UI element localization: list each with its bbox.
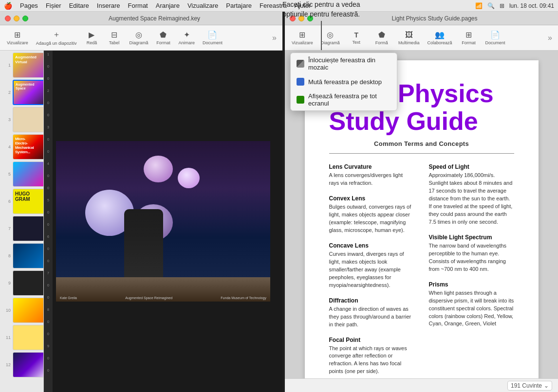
pages-toolbar-multimedia[interactable]: 🖼 Multimedia bbox=[395, 29, 423, 47]
slide-preview-12 bbox=[13, 352, 44, 377]
slide-thumb-7[interactable] bbox=[13, 216, 44, 241]
pages-toolbar-document[interactable]: 📄 Document bbox=[482, 28, 508, 47]
tabel-icon: ⊟ bbox=[111, 30, 117, 39]
slide-num-4: 4 bbox=[2, 144, 11, 149]
pages-toolbar-format[interactable]: ⊞ Format bbox=[457, 28, 480, 47]
close-button[interactable] bbox=[5, 16, 11, 21]
menu-ajutor[interactable]: Ajutor bbox=[295, 2, 311, 9]
menu-pages[interactable]: Pages bbox=[20, 2, 38, 9]
dropdown-item-fullscreen[interactable]: Afișează fereastra pe tot ecranul bbox=[291, 89, 397, 110]
control-center-icon[interactable]: ⊞ bbox=[500, 2, 504, 9]
pages-forma-label: Formă bbox=[375, 40, 388, 45]
fullscreen-icon bbox=[297, 96, 304, 104]
slide-row-9: 9 bbox=[2, 270, 41, 296]
toolbar-animare[interactable]: ✦ Animare bbox=[175, 28, 198, 47]
slide-preview-11 bbox=[13, 325, 44, 350]
word-count-chevron-icon: ⌄ bbox=[544, 382, 549, 389]
document-divider bbox=[329, 153, 514, 154]
caption-right: Funda Museum of Technology bbox=[221, 296, 266, 300]
slide-thumb-5[interactable] bbox=[13, 161, 44, 187]
document-icon: 📄 bbox=[207, 30, 217, 39]
toolbar-format[interactable]: ⬟ Format bbox=[153, 28, 173, 47]
diagrama-icon: ◎ bbox=[135, 30, 142, 39]
animare-label: Animare bbox=[178, 40, 195, 45]
term-convex-lens-desc: Bulges outward, converges rays of light,… bbox=[329, 203, 414, 234]
minimize-button[interactable] bbox=[14, 16, 19, 21]
slide-row-11: 11 bbox=[2, 325, 41, 350]
slide-thumb-2[interactable]: AugmentedSpace bbox=[13, 80, 44, 105]
term-prisms-desc: When light passes through a dispersive p… bbox=[429, 289, 514, 328]
pages-statusbar: 191 Cuvinte ⌄ bbox=[285, 378, 558, 392]
wifi-icon: 📶 bbox=[475, 2, 483, 9]
keynote-body: 1 AugmentedVirtual 2 AugmentedSpace 3 bbox=[0, 51, 282, 392]
menu-format[interactable]: Format bbox=[128, 2, 148, 9]
slide-preview-5 bbox=[13, 161, 44, 187]
menu-partajare[interactable]: Partajare bbox=[226, 2, 252, 9]
term-concave-lens-desc: Curves inward, diverges rays of light, m… bbox=[329, 250, 414, 289]
slide-thumb-10[interactable] bbox=[13, 298, 44, 323]
pages-document-icon: 📄 bbox=[490, 30, 500, 39]
pages-minimize-button[interactable] bbox=[298, 16, 304, 21]
slide-num-7: 7 bbox=[2, 226, 11, 231]
pages-colaboreaza-icon: 👥 bbox=[435, 30, 445, 39]
pages-document-label: Document bbox=[485, 40, 505, 45]
dropdown-item-desktop[interactable]: Mută fereastra pe desktop bbox=[291, 74, 397, 89]
slide-preview-4: Micro-Electro-MechanicalSystem... bbox=[13, 134, 44, 160]
tabel-label: Tabel bbox=[109, 40, 120, 45]
apple-menu[interactable]: 🍎 bbox=[4, 2, 12, 10]
slide-row-12: 12 bbox=[2, 352, 41, 377]
menu-fisier[interactable]: Fișier bbox=[46, 2, 61, 9]
slide-num-8: 8 bbox=[2, 253, 11, 258]
slide-thumb-6[interactable]: HUGOGRAM bbox=[13, 189, 44, 214]
menu-inserare[interactable]: Inserare bbox=[97, 2, 120, 9]
toolbar-tabel[interactable]: ⊟ Tabel bbox=[104, 28, 124, 47]
slide-row-1: 1 AugmentedVirtual bbox=[2, 53, 41, 78]
menubar: 🍎 Pages Fișier Editare Inserare Format A… bbox=[0, 0, 558, 12]
pages-toolbar-more-icon[interactable]: » bbox=[546, 32, 554, 44]
toolbar-reda[interactable]: ▶ Redă bbox=[81, 28, 102, 47]
toolbar-vizualizare[interactable]: ⊞ Vizualizare bbox=[4, 28, 31, 47]
slide-main-area[interactable]: 100 200 300 400 500 600 700 800 900 bbox=[44, 51, 282, 392]
menu-editare[interactable]: Editare bbox=[69, 2, 89, 9]
caption-left: Kate Greila bbox=[60, 296, 77, 300]
slide-num-10: 10 bbox=[2, 308, 11, 313]
dropdown-item-mosaic[interactable]: Înlocuiește fereastra din mozaic bbox=[291, 53, 397, 74]
slide-preview-10 bbox=[13, 298, 44, 323]
menu-aranjare[interactable]: Aranjare bbox=[156, 2, 180, 9]
slide-thumb-12[interactable] bbox=[13, 352, 44, 377]
pages-zoom-button[interactable] bbox=[307, 16, 313, 21]
toolbar-adauga[interactable]: ＋ Adaugă un diapozitiv bbox=[33, 28, 80, 48]
keynote-toolbar: ⊞ Vizualizare ＋ Adaugă un diapozitiv ▶ R… bbox=[0, 25, 282, 51]
document-columns: Lens Curvature A lens converges/diverges… bbox=[329, 163, 514, 375]
pages-toolbar-colaboreaza[interactable]: 👥 Colaborează bbox=[424, 28, 455, 47]
slide-preview-6: HUGOGRAM bbox=[13, 189, 44, 214]
pages-toolbar-text[interactable]: T Text bbox=[345, 29, 368, 47]
slide-num-2: 2 bbox=[2, 90, 11, 95]
vertical-ruler: 100 200 300 400 500 600 700 800 900 bbox=[44, 51, 53, 392]
toolbar-more-icon[interactable]: » bbox=[270, 32, 279, 44]
slide-thumb-4[interactable]: Micro-Electro-MechanicalSystem... bbox=[13, 134, 44, 160]
slide-num-6: 6 bbox=[2, 199, 11, 204]
toolbar-document[interactable]: 📄 Document bbox=[200, 28, 225, 47]
zoom-button[interactable] bbox=[22, 16, 28, 21]
menu-vizualizare[interactable]: Vizualizare bbox=[187, 2, 218, 9]
slide-thumb-3[interactable] bbox=[13, 107, 44, 132]
term-visible-light: Visible Light Spectrum bbox=[429, 234, 514, 241]
slide-num-3: 3 bbox=[2, 117, 11, 122]
slide-thumb-11[interactable] bbox=[13, 325, 44, 350]
pages-close-button[interactable] bbox=[290, 16, 296, 21]
reda-icon: ▶ bbox=[89, 30, 94, 39]
slide-thumb-1[interactable]: AugmentedVirtual bbox=[13, 53, 44, 78]
pages-vizualizare-icon: ⊞ bbox=[299, 30, 305, 39]
slide-thumb-8[interactable] bbox=[13, 243, 44, 268]
word-count-button[interactable]: 191 Cuvinte ⌄ bbox=[507, 381, 552, 391]
desktop-icon bbox=[297, 78, 304, 86]
pages-toolbar-diagrama[interactable]: ◎ Diagramă bbox=[318, 28, 343, 47]
pages-toolbar-forma[interactable]: ⬟ Formă bbox=[370, 28, 393, 47]
search-icon[interactable]: 🔍 bbox=[487, 2, 495, 9]
menu-fereastra[interactable]: Fereastră bbox=[260, 2, 287, 9]
pages-toolbar-vizualizare[interactable]: ⊞ Vizualizare bbox=[289, 28, 316, 47]
slide-thumb-9[interactable] bbox=[13, 270, 44, 296]
term-speed-of-light-desc: Approximately 186,000mi/s. Sunlight take… bbox=[429, 172, 514, 226]
toolbar-diagrama[interactable]: ◎ Diagramă bbox=[126, 28, 151, 47]
